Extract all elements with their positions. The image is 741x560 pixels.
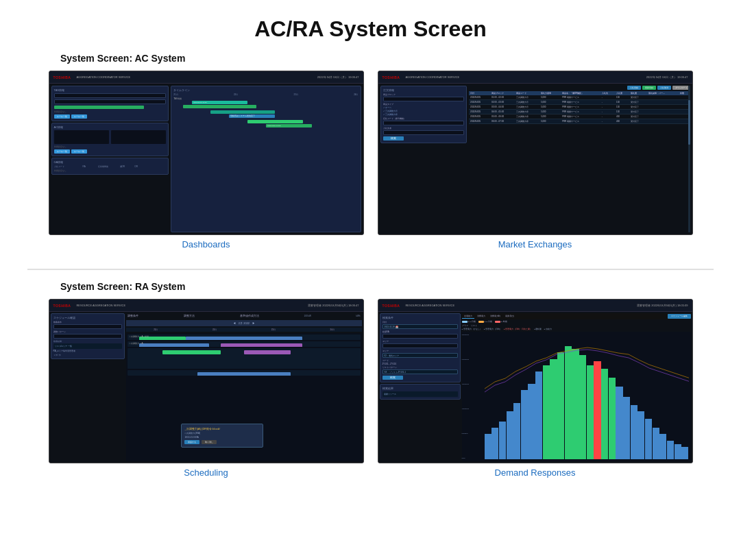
dashboard-service-text: AGGREGATION COORDINATOR SERVICE — [76, 75, 130, 79]
gantt-row-3 — [127, 370, 360, 376]
gantt-row-selected — [127, 348, 360, 369]
ra-screens-row: TOSHIBA RESOURCE AGGREGATION SERVICE 需要管… — [27, 299, 714, 478]
market-filter-panel: 注文情報 商品ブロック 商品タイプ ✓ オーペ ✓ 三次調整力① ✓ 三次調整力… — [380, 86, 467, 143]
market-header: TOSHIBA AGGREGATION COORDINATOR SERVICE … — [378, 71, 692, 84]
schedule-nav-title: スケジュール確認 — [53, 316, 123, 319]
market-screen-wrapper: TOSHIBA AGGREGATION COORDINATOR SERVICE … — [378, 71, 693, 249]
dashboard-screen-frame: TOSHIBA AGGREGATION COORDINATOR SERVICE … — [49, 71, 364, 235]
scheduling-screen-frame: TOSHIBA RESOURCE AGGREGATION SERVICE 需要管… — [49, 299, 364, 463]
scheduling-header-date: 需要管理者 2022年04月04日(月) 18:06:47 — [308, 304, 359, 307]
demand-results-title: 検索結果 — [382, 387, 458, 390]
dialog-cancel-btn[interactable]: 取り消し — [202, 440, 217, 444]
dialog-ok-btn[interactable]: 承認する — [184, 440, 199, 444]
demand-na-input — [382, 334, 458, 339]
demand-area-input — [382, 343, 458, 348]
calendar-header: ◀ 2月 2022 ▶ — [126, 320, 361, 326]
demand-caption: Demand Responses — [495, 467, 576, 478]
schedule-nav-panel: スケジュール確認 検索条件 調整パターン 検索結果: リスト/エリア 一覧 RA… — [51, 313, 125, 359]
scheduling-inner-screen: TOSHIBA RESOURCE AGGREGATION SERVICE 需要管… — [49, 300, 363, 463]
demand-header: TOSHIBA RESOURCE AGGREGATION SERVICE 需要管… — [378, 300, 692, 312]
ac-title: AC情報 — [54, 125, 167, 129]
demand-filter-panel: 検索条件 日付 2022-02-28 📅 経産NA エリア エリア 02：電気エ… — [380, 313, 461, 382]
market-screen-frame: TOSHIBA AGGREGATION COORDINATOR SERVICE … — [378, 71, 693, 235]
demand-header-date: 需要管理者 2022年04月04日(月) 18:05:09 — [637, 304, 688, 307]
demand-toshiba-logo: TOSHIBA — [382, 304, 400, 308]
scheduling-toshiba-logo: TOSHIBA — [53, 304, 71, 308]
timeline-title: タイムライン — [173, 88, 358, 92]
timeline-panel: タイムライン 21日22日23日24日 TAS情報 2022/04/04 21:… — [171, 86, 361, 232]
schedule-search-input — [53, 324, 123, 329]
dashboard-header-date: 2022年 04月 04日（月） 19:06:47 — [317, 75, 359, 79]
ac-panel: AC情報 利用設定なし ルール一覧 ルール一覧 — [51, 123, 169, 156]
demand-results-panel: 検索結果 需要リソース — [380, 384, 461, 400]
scheduling-header: TOSHIBA RESOURCE AGGREGATION SERVICE 需要管… — [49, 300, 363, 312]
schedule-dialog: _次調整力(A) (DR発令:block/ 二次調整力(2KA) 18:55:2… — [181, 424, 263, 448]
market-block-input — [383, 97, 465, 101]
scheduling-caption: Scheduling — [184, 467, 228, 478]
market-filter-title: 注文情報 — [383, 88, 465, 92]
ra-section-label: System Screen: RA System — [27, 281, 714, 292]
ra-system-section: System Screen: RA System TOSHIBA RESOURC… — [0, 281, 741, 491]
schedule-edit-btn[interactable]: スケジュール編集 — [668, 314, 691, 319]
ac-section-label: System Screen: AC System — [27, 53, 714, 64]
market-caption: Market Exchanges — [498, 239, 572, 249]
scheduling-service-text: RESOURCE AGGREGATION SERVICE — [76, 304, 125, 307]
ac-screens-row: TOSHIBA AGGREGATION COORDINATOR SERVICE … — [27, 71, 714, 249]
dialog-text1: 二次調整力(2KA) — [184, 432, 260, 435]
tas-input1 — [54, 93, 167, 98]
dashboard-screen-wrapper: TOSHIBA AGGREGATION COORDINATOR SERVICE … — [49, 71, 364, 249]
dialog-text2: 18:55:21:0:09A — [184, 436, 260, 439]
dialog-buttons: 承認する 取り消し — [184, 440, 260, 444]
demand-search-btn[interactable]: 検索 — [382, 376, 403, 380]
market-service-text: AGGREGATION COORDINATOR SERVICE — [405, 75, 459, 79]
dashboard-toshiba-logo: TOSHIBA — [53, 75, 71, 80]
market-search-btn[interactable]: 検索 — [383, 136, 404, 141]
scheduling-screen-wrapper: TOSHIBA RESOURCE AGGREGATION SERVICE 需要管… — [49, 299, 364, 478]
market-header-date: 2022年 04月 04日（月） 19:06:47 — [646, 75, 688, 79]
market-user-input — [383, 130, 465, 135]
tas-input2 — [54, 99, 167, 104]
gantt-row-2: 二次調整力（A） — [127, 341, 360, 347]
market-table: 日付商品ブロック商品コード落礼分基準 商品名・「量DR施設」入礼先入礼置落礼置 … — [469, 91, 690, 124]
dashboard-header: TOSHIBA AGGREGATION COORDINATOR SERVICE … — [49, 71, 363, 84]
ga-panel: GA情報 入礼コード RA 応答期間後 量DR DR 利用設定なし — [51, 158, 169, 175]
page-title: AC/RA System Screen — [0, 0, 741, 53]
tas-title: TAS情報 — [54, 88, 167, 92]
dashboard-inner-screen: TOSHIBA AGGREGATION COORDINATOR SERVICE … — [49, 71, 363, 234]
market-inner-screen: TOSHIBA AGGREGATION COORDINATOR SERVICE … — [378, 71, 692, 234]
dashboard-caption: Dashboards — [182, 239, 230, 249]
market-code-input — [383, 121, 465, 125]
market-toshiba-logo: TOSHIBA — [382, 75, 400, 80]
ac-system-section: System Screen: AC System TOSHIBA AGGREGA… — [0, 53, 741, 263]
demand-screen-frame: TOSHIBA RESOURCE AGGREGATION SERVICE 需要管… — [378, 299, 693, 463]
dialog-title: _次調整力(A) (DR発令:block/ — [184, 427, 260, 430]
demand-screen-wrapper: TOSHIBA RESOURCE AGGREGATION SERVICE 需要管… — [378, 299, 693, 478]
gantt-row-1: 二次調整力（A）経営 — [127, 334, 360, 340]
ga-title: GA情報 — [54, 160, 167, 164]
schedule-pattern-input — [53, 334, 123, 339]
demand-inner-screen: TOSHIBA RESOURCE AGGREGATION SERVICE 需要管… — [378, 300, 692, 463]
section-separator — [27, 269, 714, 270]
demand-filter-title: 検索条件 — [382, 316, 458, 319]
demand-service-text: RESOURCE AGGREGATION SERVICE — [405, 304, 454, 307]
market-scrollbar[interactable] — [688, 86, 690, 232]
tas-panel: TAS情報 利用設定なし ルール一覧 ルール一覧 — [51, 86, 169, 121]
